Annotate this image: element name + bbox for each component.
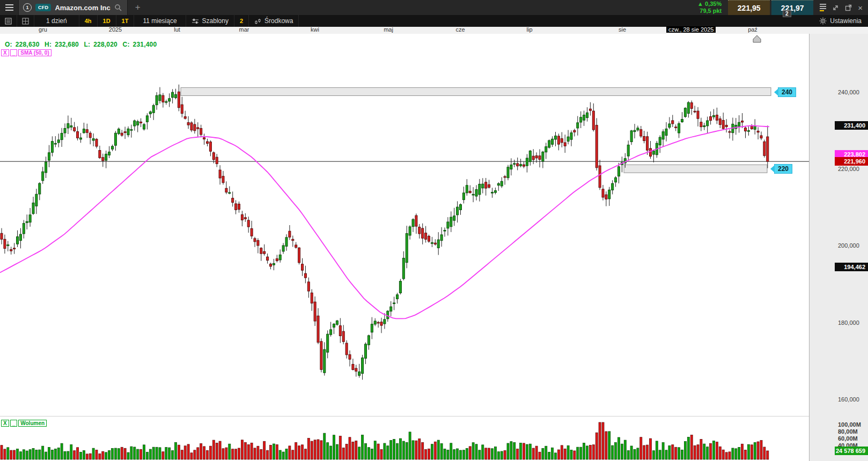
volume-indicator-legend: X _ Wolumen: [1, 420, 47, 427]
date-tooltip: czw., 28 sie 2025: [666, 26, 716, 33]
timeline-month-label: maj: [384, 26, 393, 33]
volume-tick-label: 60,00M: [838, 435, 858, 442]
hamburger-icon: [5, 4, 13, 5]
ask-price-button[interactable]: 221,97: [771, 0, 813, 15]
window-controls: ×: [813, 0, 868, 15]
price-axis[interactable]: 240,000220,000200,000180,000160,000231,4…: [809, 34, 868, 461]
support-level-badge[interactable]: 220: [774, 164, 792, 174]
topbar-spacer: [148, 0, 692, 15]
tab-number-badge: 1: [23, 3, 32, 12]
timeline-month-label: lip: [526, 26, 532, 33]
main-menu-button[interactable]: [0, 0, 19, 15]
range-button[interactable]: 11 miesiące: [134, 15, 186, 27]
price-zone: [624, 165, 767, 173]
price-badge: 194,462: [835, 263, 868, 271]
chart-toolbar: 1 dzień 4h 1D 1T 11 miesiące Szablony 2 …: [0, 15, 868, 27]
open-label: O:: [5, 41, 12, 48]
timeline-month-label: kwi: [311, 26, 319, 33]
price-zone: [181, 87, 771, 95]
tf-1w-button[interactable]: 1T: [116, 15, 135, 27]
toolbar-spacer: [299, 15, 813, 27]
add-tab-button[interactable]: +: [128, 0, 148, 15]
sma-label[interactable]: SMA (50, 0): [18, 49, 52, 56]
candles: [1, 85, 769, 380]
spread-badge: 2: [783, 10, 791, 17]
layout-grid-button[interactable]: [17, 15, 34, 27]
resistance-level-badge[interactable]: 240: [778, 87, 796, 97]
tf-1d-button[interactable]: 1D: [98, 15, 116, 27]
top-bar: 1 CFD Amazon.com Inc + ▲ 0,35% 79,5 pkt …: [0, 0, 868, 15]
candlestick-icon: [254, 18, 261, 25]
sma-minimize-button[interactable]: _: [10, 49, 18, 56]
price-tick-label: 160,000: [838, 396, 859, 403]
volume-label[interactable]: Wolumen: [18, 420, 47, 427]
search-icon[interactable]: [114, 4, 122, 11]
close-icon[interactable]: ×: [858, 4, 863, 12]
cfd-badge: CFD: [35, 4, 51, 11]
quotes-list-button[interactable]: [0, 15, 17, 27]
timeline-month-label: gru: [39, 26, 47, 33]
change-points: 79,5 pkt: [700, 8, 722, 14]
latest-candle-marker: [753, 35, 761, 42]
low-label: L:: [84, 41, 90, 48]
candlestick-chart: [0, 34, 809, 461]
grid-icon: [22, 18, 29, 25]
timeline-month-label: sie: [619, 26, 626, 33]
high-value: 232,680: [55, 41, 79, 48]
timeline-month-label: lut: [174, 26, 180, 33]
sma-indicator-legend: X _ SMA (50, 0): [1, 49, 52, 56]
volume-minimize-button[interactable]: _: [10, 420, 18, 427]
instrument-tab[interactable]: 1 CFD Amazon.com Inc: [19, 0, 128, 15]
market-depth-icon[interactable]: [820, 4, 826, 11]
instrument-title: Amazon.com Inc: [55, 4, 110, 12]
price-badge: 231,400: [835, 121, 868, 130]
timeline-month-label: mar: [239, 26, 249, 33]
templates-count-button[interactable]: 2: [234, 15, 249, 27]
price-tick-label: 180,000: [838, 319, 859, 326]
settings-button[interactable]: Ustawienia: [813, 15, 868, 27]
sma-remove-button[interactable]: X: [1, 49, 9, 56]
close-value: 231,400: [133, 41, 157, 48]
last-price-badge: 221,960: [835, 157, 868, 166]
templates-button[interactable]: Szablony: [186, 15, 234, 27]
ohlc-readout: O:228,630 H:232,680 L:228,020 C:231,400: [5, 41, 160, 48]
bid-price-button[interactable]: 221,95: [728, 0, 770, 15]
chart-type-button[interactable]: Środkowa: [249, 15, 299, 27]
volume-bars: [1, 422, 769, 459]
timeline-month-label: paź: [748, 26, 757, 33]
time-axis: czw., 28 sie 2025 gru2025lutmarkwimajcze…: [0, 27, 868, 34]
expand-icon[interactable]: [832, 4, 839, 11]
price-tick-label: 220,000: [838, 166, 859, 172]
close-label: C:: [123, 41, 130, 48]
price-tick-label: 200,000: [838, 242, 859, 249]
badge-arrow-icon: [774, 88, 778, 96]
volume-pane-divider: [0, 416, 809, 417]
volume-value-badge: 24 578 659: [835, 447, 868, 455]
list-icon: [5, 18, 12, 25]
tf-4h-button[interactable]: 4h: [79, 15, 98, 27]
chart-area: O:228,630 H:232,680 L:228,020 C:231,400 …: [0, 34, 868, 461]
badge-arrow-icon: [770, 165, 775, 173]
gear-icon: [819, 17, 827, 25]
trading-platform-window: 1 CFD Amazon.com Inc + ▲ 0,35% 79,5 pkt …: [0, 0, 868, 461]
sliders-icon: [192, 18, 199, 24]
timeline-month-label: 2025: [109, 26, 122, 33]
popout-window-icon[interactable]: [845, 4, 852, 11]
timeline-month-label: cze: [455, 26, 465, 33]
volume-remove-button[interactable]: X: [1, 420, 9, 427]
change-block: ▲ 0,35% 79,5 pkt: [692, 0, 727, 15]
open-value: 228,630: [16, 41, 40, 48]
low-value: 228,020: [93, 41, 117, 48]
price-tick-label: 240,000: [838, 89, 859, 95]
volume-tick-label: 100,00M: [838, 421, 861, 428]
high-label: H:: [45, 41, 52, 48]
volume-tick-label: 80,00M: [838, 428, 858, 435]
timeframe-button[interactable]: 1 dzień: [34, 15, 79, 27]
change-percent: ▲ 0,35%: [697, 1, 722, 8]
